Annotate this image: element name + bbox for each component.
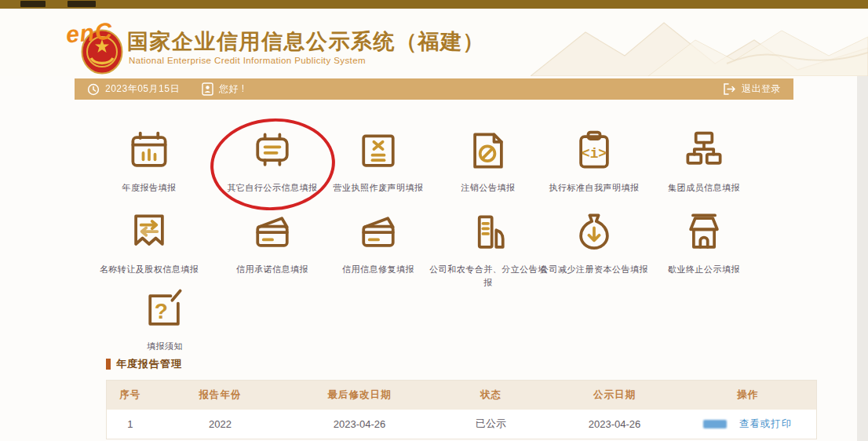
grid-item-credit-repair[interactable]: 信用信息修复填报: [319, 207, 437, 276]
right-edge-strip: [857, 76, 868, 441]
redacted-action-link[interactable]: [703, 420, 727, 428]
grid-item-annual-report[interactable]: 年度报告填报: [90, 126, 208, 195]
cell-modified-date: 2023-04-26: [287, 410, 432, 439]
grid-item-credit-commitment[interactable]: 信用承诺信息填报: [213, 207, 331, 276]
question-note-icon: ?: [141, 286, 188, 333]
transfer-certificate-icon: [126, 209, 173, 256]
grid-item-label: 信用信息修复填报: [319, 263, 437, 276]
grid-item-filing-instructions[interactable]: ? 填报须知: [106, 284, 224, 353]
buildings-icon: [465, 209, 512, 256]
credit-card-icon: [355, 209, 402, 256]
shop-icon: [680, 209, 728, 256]
grid-item-label: 公司减少注册资本公告填报: [535, 263, 653, 276]
current-date: 2023年05月15日: [105, 82, 180, 96]
cell-year: 2022: [154, 410, 287, 439]
grid-item-label: 注销公告填报: [429, 181, 547, 195]
col-header-publicity-date: 公示日期: [550, 381, 680, 410]
col-header-year: 报告年份: [154, 381, 287, 410]
grid-item-business-closure[interactable]: 歇业终止公示填报: [645, 207, 763, 276]
cell-publicity-date: 2023-04-26: [550, 410, 680, 439]
grid-item-cancellation-announcement[interactable]: 注销公告填报: [429, 126, 547, 195]
section-title: 年度报告管理: [116, 357, 182, 371]
top-window-bar: [0, 0, 868, 9]
annual-report-table: 序号 报告年份 最后修改日期 状态 公示日期 操作 1 2022 2023-04…: [106, 380, 817, 439]
site-subtitle: National Enterprise Credit Information P…: [129, 56, 366, 65]
table-header-row: 序号 报告年份 最后修改日期 状态 公示日期 操作: [107, 381, 817, 410]
cell-status: 已公示: [432, 410, 550, 439]
col-header-operation: 操作: [680, 381, 817, 410]
site-header: enC 国家企业信用信息公示系统（福建） National Enterprise…: [0, 9, 868, 76]
top-bar-chip: [67, 1, 96, 7]
user-icon: [202, 82, 213, 96]
bulletin-board-icon: [249, 127, 296, 174]
col-header-status: 状态: [432, 381, 550, 410]
grid-item-name-transfer[interactable]: 名称转让及股权信息填报: [90, 207, 208, 276]
user-toolbar: 2023年05月15日 您好 ! 退出登录: [75, 78, 793, 100]
col-header-modified-date: 最后修改日期: [287, 381, 432, 410]
logout-icon[interactable]: [723, 83, 736, 95]
grid-item-group-member-info[interactable]: 集团成员信息填报: [645, 126, 763, 195]
clock-icon: [87, 83, 100, 96]
grid-item-label: 歇业终止公示填报: [645, 263, 763, 276]
col-header-no: 序号: [107, 381, 154, 410]
site-title: 国家企业信用信息公示系统（福建）: [127, 27, 485, 56]
top-bar-chip: [20, 1, 46, 7]
cancellation-doc-icon: [465, 127, 512, 174]
grid-item-label: 年度报告填报: [90, 181, 208, 195]
section-marker-bar: [106, 359, 111, 370]
grid-item-label: 信用承诺信息填报: [213, 263, 331, 276]
grid-item-license-void[interactable]: 营业执照作废声明填报: [319, 126, 437, 195]
money-bag-icon: [571, 209, 618, 256]
grid-item-label: 执行标准自我声明填报: [535, 181, 653, 195]
svg-text:<i>: <i>: [582, 146, 607, 162]
svg-text:?: ?: [155, 299, 168, 323]
grid-item-label: 名称转让及股权信息填报: [90, 263, 208, 276]
user-greeting: 您好 !: [219, 82, 245, 96]
grid-item-merger-division-announcement[interactable]: 公司和农专合并、分立公告填报: [429, 207, 547, 289]
annual-report-section-header: 年度报告管理: [106, 357, 182, 371]
grid-item-standard-self-declaration[interactable]: <i> 执行标准自我声明填报: [535, 126, 653, 195]
grid-item-label: 其它自行公示信息填报: [213, 181, 331, 195]
grid-item-label: 公司和农专合并、分立公告填报: [429, 263, 547, 289]
cell-no: 1: [107, 410, 154, 439]
credit-card-icon: [249, 209, 296, 256]
table-row: 1 2022 2023-04-26 已公示 2023-04-26 查看或打印: [107, 410, 817, 439]
page: enC 国家企业信用信息公示系统（福建） National Enterprise…: [0, 0, 868, 441]
grid-item-label: 集团成员信息填报: [645, 181, 763, 195]
grid-item-label: 填报须知: [106, 340, 224, 353]
mountain-background-art: [531, 9, 868, 76]
grid-item-other-self-publicity[interactable]: 其它自行公示信息填报: [213, 126, 331, 195]
logout-button[interactable]: 退出登录: [742, 82, 781, 96]
standard-clipboard-icon: <i>: [571, 127, 618, 174]
license-void-icon: [355, 127, 402, 174]
grid-item-capital-reduction-announcement[interactable]: 公司减少注册资本公告填报: [535, 207, 653, 276]
calendar-report-icon: [126, 127, 173, 174]
view-print-link[interactable]: 查看或打印: [739, 418, 793, 429]
org-chart-icon: [680, 127, 728, 174]
watermark: enC: [65, 17, 114, 48]
cell-operation: 查看或打印: [680, 410, 817, 439]
grid-item-label: 营业执照作废声明填报: [319, 181, 437, 195]
